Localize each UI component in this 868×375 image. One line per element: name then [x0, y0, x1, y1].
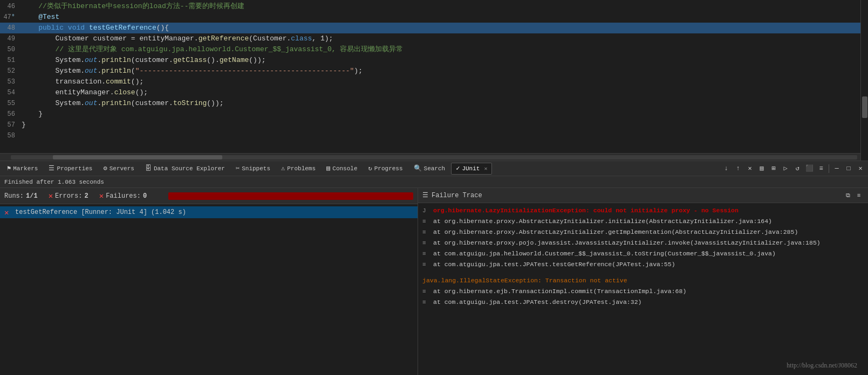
toolbar-btn-history[interactable]: ≡ — [816, 163, 826, 174]
code-content: Customer customer = entityManager.getRef… — [22, 33, 868, 44]
trace-filter-btn[interactable]: ≡ — [854, 191, 864, 200]
tab-icon: ☰ — [49, 164, 54, 172]
code-content: //类似于hibernate中session的load方法--需要的时候再创建 — [22, 1, 868, 12]
code-line: 46 //类似于hibernate中session的load方法--需要的时候再… — [0, 1, 868, 12]
toolbar-btn-rerun[interactable]: ↺ — [792, 163, 803, 174]
errors-stat: ✕ Errors: 2 — [49, 191, 88, 200]
trace-line-icon: ≡ — [422, 260, 430, 269]
tab-item-search[interactable]: 🔍Search — [409, 163, 450, 175]
trace-line-text: at com.atguigu.jpa.test.JPATest.testGetR… — [433, 260, 675, 269]
trace-line-icon: ≡ — [422, 238, 430, 248]
tab-bar: ⚑Markers☰Properties⚙Servers🗄Data Source … — [0, 161, 868, 176]
tab-label: JUnit — [462, 165, 480, 172]
code-content: public void testGetReference(){ — [22, 23, 868, 33]
trace-line-icon: J — [422, 206, 430, 216]
trace-line: ≡at org.hibernate.ejb.TransactionImpl.co… — [422, 286, 864, 297]
tab-item-properties[interactable]: ☰Properties — [44, 163, 97, 175]
progress-bar-fill — [168, 192, 413, 200]
tab-icon: ⚑ — [7, 164, 11, 172]
tab-item-markers[interactable]: ⚑Markers — [2, 163, 43, 175]
hscrollbar-thumb[interactable] — [53, 155, 222, 159]
line-number: 48 — [0, 23, 22, 33]
code-content: transaction.commit(); — [22, 77, 868, 87]
junit-tree-item[interactable]: ✕testGetReference [Runner: JUnit 4] (1.0… — [0, 206, 418, 218]
trace-copy-btn[interactable]: ⧉ — [843, 191, 853, 200]
tab-item-junit[interactable]: ✓JUnit✕ — [451, 163, 492, 175]
tab-label: Problems — [287, 165, 316, 172]
trace-line: java.lang.IllegalStateException: Transac… — [422, 275, 864, 286]
tab-item-snippets[interactable]: ✂Snippets — [231, 163, 275, 175]
tab-item-data-source-explorer[interactable]: 🗄Data Source Explorer — [140, 163, 230, 175]
line-number: 47 — [0, 12, 22, 23]
line-number: 53 — [0, 77, 22, 87]
error-indicator-icon: ✕ — [49, 191, 53, 200]
trace-line-text: at org.hibernate.proxy.pojo.javassist.Ja… — [433, 238, 821, 248]
tab-item-servers[interactable]: ⚙Servers — [98, 163, 139, 175]
tab-item-problems[interactable]: ⚠Problems — [276, 163, 320, 175]
code-line: 56 } — [0, 109, 868, 120]
trace-line-icon: ≡ — [422, 217, 430, 226]
errors-label: Errors: — [55, 192, 82, 200]
code-content: System.out.println("--------------------… — [22, 66, 868, 77]
trace-line-text: at com.atguigu.jpa.helloworld.Customer_$… — [433, 249, 776, 259]
failures-value: 0 — [143, 192, 147, 200]
tab-label: Search — [424, 165, 446, 172]
failure-trace-content[interactable]: Jorg.hibernate.LazyInitializationExcepti… — [418, 203, 868, 375]
vertical-scrollbar[interactable] — [860, 0, 868, 161]
line-number: 51 — [0, 55, 22, 66]
hscrollbar-track[interactable] — [11, 155, 857, 159]
toolbar-btn-run[interactable]: ▷ — [780, 163, 791, 174]
junit-status-bar: Finished after 1.063 seconds — [0, 176, 868, 188]
horizontal-scrollbar[interactable] — [0, 153, 868, 161]
scrollbar-thumb[interactable] — [862, 96, 867, 118]
code-content: entityManager.close(); — [22, 87, 868, 98]
line-number: 55 — [0, 98, 22, 109]
runs-value: 1/1 — [26, 192, 38, 200]
line-number: 58 — [0, 130, 22, 141]
code-line: 52 System.out.println("-----------------… — [0, 66, 868, 77]
tab-icon: ⚙ — [103, 164, 107, 172]
failure-trace-header: ☰ Failure Trace ⧉ ≡ — [418, 188, 868, 203]
failure-indicator-icon: ✕ — [99, 191, 104, 200]
tab-item-progress[interactable]: ↻Progress — [364, 163, 408, 175]
tab-icon: ✂ — [236, 164, 240, 172]
toolbar-btn-maximize[interactable]: □ — [843, 163, 854, 174]
progress-bar-container — [168, 192, 413, 200]
errors-value: 2 — [84, 192, 88, 200]
tab-label: Progress — [374, 165, 403, 172]
toolbar-btn-up[interactable]: ↑ — [733, 163, 743, 174]
toolbar-btn-filter[interactable]: ▤ — [756, 163, 767, 174]
trace-line-text: at com.atguigu.jpa.test.JPATest.destroy(… — [433, 297, 641, 307]
tab-icon: ▤ — [326, 164, 330, 172]
line-number: 56 — [0, 109, 22, 120]
runs-stat: Runs: 1/1 — [4, 192, 38, 200]
tab-icon: ⚠ — [281, 164, 285, 172]
toolbar-btn-layout[interactable]: ⊞ — [768, 163, 779, 174]
code-line: 53 transaction.commit(); — [0, 77, 868, 87]
toolbar-btn-close[interactable]: ✕ — [855, 163, 866, 174]
junit-tree[interactable]: ✕testGetReference [Runner: JUnit 4] (1.0… — [0, 204, 418, 375]
line-number: 49 — [0, 33, 22, 44]
trace-line: ≡at org.hibernate.proxy.pojo.javassist.J… — [422, 238, 864, 248]
toolbar-btn-stop[interactable]: ⬛ — [804, 163, 815, 174]
toolbar-btn-remove[interactable]: ✕ — [744, 163, 755, 174]
tab-separator — [829, 164, 829, 173]
trace-line-icon: ≡ — [422, 287, 430, 296]
toolbar-btn-minimize[interactable]: — — [831, 163, 842, 174]
tab-icon: ↻ — [368, 164, 372, 172]
tab-icon: 🔍 — [414, 164, 422, 172]
watermark: http://blog.csdn.net/J08062 — [787, 362, 857, 370]
code-line: 54 entityManager.close(); — [0, 87, 868, 98]
tab-close-icon[interactable]: ✕ — [484, 165, 487, 172]
junit-tree-item-label: testGetReference [Runner: JUnit 4] (1.04… — [15, 209, 186, 216]
trace-line: ≡at org.hibernate.proxy.AbstractLazyInit… — [422, 216, 864, 227]
trace-line-icon: ≡ — [422, 249, 430, 259]
tab-label: Servers — [110, 165, 134, 172]
junit-right: ☰ Failure Trace ⧉ ≡ Jorg.hibernate.LazyI… — [418, 188, 868, 375]
tab-icon: 🗄 — [145, 164, 152, 172]
line-number: 46 — [0, 1, 22, 12]
toolbar-btn-down[interactable]: ↓ — [721, 163, 732, 174]
code-content: } — [22, 109, 868, 120]
tab-item-console[interactable]: ▤Console — [322, 163, 362, 175]
junit-stats: Runs: 1/1 ✕ Errors: 2 ✕ Failures: 0 — [0, 188, 418, 204]
